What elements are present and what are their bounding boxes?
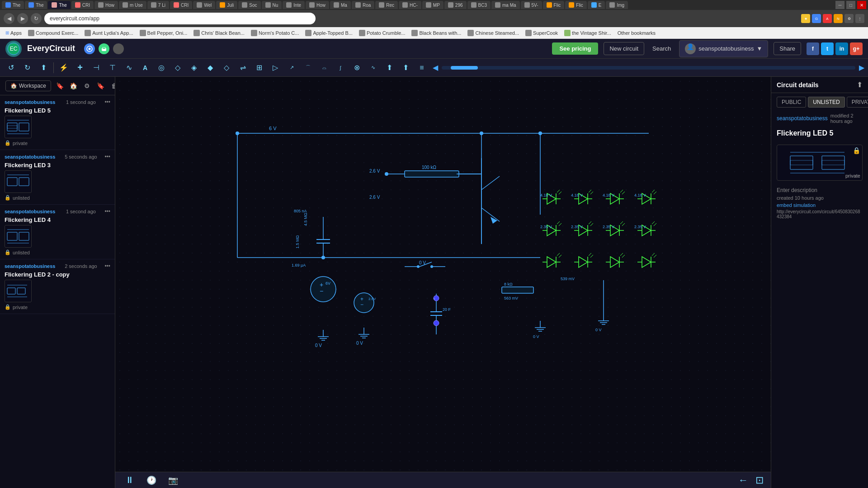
facebook-icon[interactable]: f [807,42,819,55]
bookmark-supercook[interactable]: SuperCook [524,29,560,37]
browser-tab-5[interactable]: How [94,1,118,9]
camera-button[interactable]: 📷 [166,473,180,488]
browser-tab-1[interactable]: The [2,1,24,9]
bookmark-chris[interactable]: Chris' Black Bean... [192,29,246,37]
browser-tab-8[interactable]: CRI [170,1,192,9]
browser-tab-27[interactable]: Img [606,1,628,9]
share-button[interactable]: Share [774,42,801,55]
back-nav-button[interactable]: ◀ [4,13,14,24]
search-button[interactable]: Search [650,42,674,55]
bookmark-apple[interactable]: Apple-Topped B... [303,29,354,37]
browser-tab-15[interactable]: Ma [330,1,351,9]
circuit-item-1-user[interactable]: seanspotatobusiness [5,99,55,105]
workspace-button[interactable]: 🏠 Workspace [5,80,51,91]
back-circuit-button[interactable]: ← [738,474,748,486]
circuit-item-4[interactable]: seanspotatobusiness 2 seconds ago ••• Fl… [0,259,115,314]
component-diode4[interactable]: ∫ [333,61,348,75]
browser-tab-14[interactable]: How [306,1,329,9]
component-transistor[interactable]: ▷ [268,61,283,75]
move-up-button[interactable]: ⬆ [36,61,51,75]
scroll-left-button[interactable]: ◀ [433,63,438,72]
bookmark-icon-btn[interactable]: 🔖 [55,80,66,91]
component-inductor[interactable]: ⊤ [105,61,120,75]
circuit-item-3-more[interactable]: ••• [104,208,110,215]
component-diode3[interactable]: ⌓ [317,61,331,75]
bookmark-compound[interactable]: Compound Exerc... [26,29,80,37]
circuit-item-3-user[interactable]: seanspotatobusiness [5,209,55,214]
bookmark-norm[interactable]: Norm's Potato C... [249,29,301,37]
pause-button[interactable]: ⏸ [123,473,137,488]
browser-tab-10[interactable]: Juli [216,1,237,9]
component-x[interactable]: ⊗ [349,61,364,75]
browser-tab-12[interactable]: Nu [262,1,282,9]
expand-circuit-button[interactable]: ⊡ [755,474,764,486]
clock-button[interactable]: 🕐 [144,473,159,488]
bookmark-potato[interactable]: Potato Crumble... [357,29,407,37]
browser-tab-19[interactable]: MP [422,1,443,9]
linkedin-icon[interactable]: in [835,42,848,55]
redo-button[interactable]: ↻ [20,61,34,75]
new-circuit-button[interactable]: New circuit [604,42,644,55]
bookmark-aunt[interactable]: Aunt Lydia's App... [83,29,135,37]
component-diamond2[interactable]: ◈ [187,61,201,75]
browser-tab-21[interactable]: BC3 [467,1,491,9]
browser-tab-4[interactable]: CRI [71,1,94,9]
circuit-item-1[interactable]: seanspotatobusiness 1 second ago ••• Fli… [0,95,115,150]
bookmark-vintage[interactable]: the Vintage Shir... [562,29,613,37]
visibility-tab-private[interactable]: PRIVATE [847,97,868,108]
browser-tab-9[interactable]: Wel [193,1,215,9]
visibility-tab-unlisted[interactable]: UNLISTED [808,97,844,108]
trash-icon-btn[interactable]: 🗑 [109,80,115,91]
component-arrow-up2[interactable]: ⬆ [398,61,413,75]
browser-tab-2[interactable]: The [25,1,47,9]
browser-tab-11[interactable]: Soc [238,1,260,9]
circuit-item-4-more[interactable]: ••• [104,263,110,269]
bookmark-apps[interactable]: ⊞ Apps [4,29,24,37]
circuit-canvas[interactable]: 6 V 100 kΩ 2.6 V 2.6 V [115,77,771,472]
component-arrow-up[interactable]: ⬆ [382,61,396,75]
circuit-item-2-user[interactable]: seanspotatobusiness [5,154,55,160]
component-ac[interactable]: ∿ [122,61,136,75]
twitter-icon[interactable]: t [821,42,834,55]
scroll-right-button[interactable]: ▶ [859,63,864,72]
component-bars[interactable]: ≡ [415,61,429,75]
panel-user[interactable]: seanspotatobusiness [777,115,828,122]
browser-tab-23[interactable]: 5V- [521,1,542,9]
component-circle[interactable]: ◎ [154,61,169,75]
browser-tab-24[interactable]: Flic [543,1,565,9]
browser-tab-20[interactable]: 296 [444,1,467,9]
see-pricing-button[interactable]: See pricing [552,42,598,55]
close-button[interactable]: ✕ [857,1,866,9]
component-switch[interactable]: ⇌ [236,61,250,75]
circuit-item-2[interactable]: seanspotatobusiness 5 seconds ago ••• Fl… [0,150,115,205]
bookmark-bell[interactable]: Bell Pepper, Oni... [138,29,189,37]
browser-tab-13[interactable]: Inte [283,1,305,9]
bookmark-other[interactable]: Other bookmarks [616,29,657,37]
browser-tab-17[interactable]: Rec [375,1,398,9]
panel-share-button[interactable]: ⬆ [857,80,863,89]
component-ammeter[interactable]: A [138,61,152,75]
user-menu-button[interactable]: 👤 seanspotatobusiness ▼ [679,40,768,57]
wire-button[interactable]: ⚡ [57,61,71,75]
bookmark-black-beans[interactable]: Black Beans with... [410,29,463,37]
maximize-button[interactable]: □ [846,1,855,9]
minimize-button[interactable]: ─ [835,1,844,9]
plus-button[interactable]: + [73,61,87,75]
toolbar-scrollbar-thumb[interactable] [451,66,478,70]
visibility-tab-public[interactable]: PUBLIC [777,97,806,108]
browser-tab-26[interactable]: E [588,1,605,9]
bookmark-chinese[interactable]: Chinese Steamed... [466,29,521,37]
component-grid[interactable]: ⊞ [252,61,266,75]
home-icon-btn[interactable]: 🏠 [68,80,79,91]
circuit-item-2-more[interactable]: ••• [104,154,110,160]
component-diode2[interactable]: ⌒ [301,61,315,75]
browser-tab-6[interactable]: m Use [119,1,146,9]
toolbar-scrollbar[interactable] [442,66,855,70]
forward-nav-button[interactable]: ▶ [17,13,28,24]
googleplus-icon[interactable]: g+ [850,42,863,55]
circuit-item-1-more[interactable]: ••• [104,99,110,105]
component-diamond1[interactable]: ◇ [170,61,185,75]
panel-embed-url[interactable]: http://everycircuit.com/circuit/64508302… [771,209,868,220]
circuit-item-4-user[interactable]: seanspotatobusiness [5,263,55,269]
refresh-button[interactable]: ↻ [31,13,42,24]
